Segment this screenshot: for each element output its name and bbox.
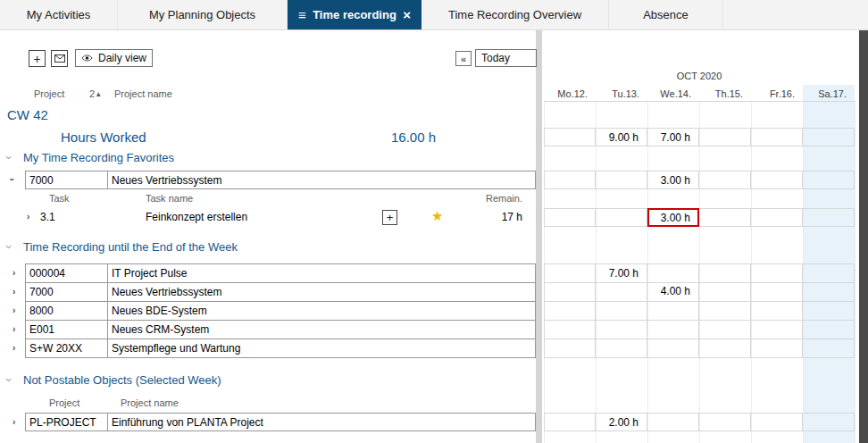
task-id-cell[interactable]: 3.1 xyxy=(40,211,55,223)
project-id-cell[interactable]: 7000 xyxy=(25,171,108,189)
time-cell[interactable] xyxy=(544,263,596,283)
time-cell[interactable]: 7.00 h xyxy=(596,263,647,283)
chevron-right-icon[interactable]: › xyxy=(13,269,15,278)
time-cell[interactable] xyxy=(699,208,751,227)
time-cell[interactable] xyxy=(544,171,596,189)
time-cell[interactable] xyxy=(803,128,855,146)
time-cell[interactable]: 3.00 h xyxy=(647,171,699,189)
time-cell[interactable] xyxy=(699,263,751,283)
time-cell[interactable] xyxy=(544,128,596,146)
time-cell[interactable] xyxy=(647,413,699,431)
project-id-cell[interactable]: PL-PROJECT xyxy=(25,413,108,431)
time-cell[interactable] xyxy=(647,320,699,339)
time-cell[interactable] xyxy=(751,339,803,358)
time-cell[interactable] xyxy=(596,320,647,339)
task-name-cell[interactable]: Feinkonzept erstellen xyxy=(146,211,247,223)
time-cell[interactable] xyxy=(596,208,647,227)
tab-my-planning-objects[interactable]: My Planning Objects xyxy=(118,0,288,29)
project-name-cell[interactable]: Systempflege und Wartung xyxy=(107,339,536,358)
time-cell[interactable] xyxy=(751,128,803,146)
today-select[interactable]: Today xyxy=(475,49,537,67)
time-cell[interactable] xyxy=(647,301,699,321)
time-cell[interactable] xyxy=(751,208,803,227)
time-cell[interactable] xyxy=(751,320,803,339)
time-cell[interactable] xyxy=(544,282,596,302)
project-id-cell[interactable]: 8000 xyxy=(25,301,108,321)
project-name-cell[interactable]: IT Project Pulse xyxy=(107,263,536,283)
time-cell[interactable] xyxy=(803,263,855,283)
chevron-right-icon[interactable]: › xyxy=(13,325,15,334)
chevron-right-icon[interactable]: › xyxy=(27,213,29,222)
project-name-cell[interactable]: Neues Vertriebssystem xyxy=(107,171,536,189)
time-cell[interactable] xyxy=(699,282,751,302)
time-cell[interactable] xyxy=(751,301,803,321)
chevron-down-icon[interactable]: › xyxy=(7,152,11,163)
time-cell[interactable]: 4.00 h xyxy=(647,282,699,302)
time-cell[interactable] xyxy=(751,282,803,302)
project-id-cell[interactable]: 000004 xyxy=(25,263,108,283)
time-cell[interactable] xyxy=(803,320,855,339)
chevron-down-icon[interactable]: › xyxy=(7,241,11,253)
time-cell[interactable] xyxy=(699,413,751,431)
time-cell[interactable] xyxy=(596,339,647,358)
time-cell[interactable] xyxy=(803,413,855,431)
project-name-cell[interactable]: Einführung von PLANTA Project xyxy=(107,413,536,431)
time-cell[interactable] xyxy=(544,413,596,431)
chevron-down-icon[interactable]: › xyxy=(7,374,11,386)
column-header-project[interactable]: Project xyxy=(34,88,64,99)
previous-week-button[interactable]: « xyxy=(455,51,472,66)
time-cell[interactable] xyxy=(751,413,803,431)
time-cell[interactable]: 7.00 h xyxy=(647,128,699,146)
mail-button[interactable] xyxy=(51,50,68,67)
day-header-th: Th.15. xyxy=(699,88,751,99)
time-cell[interactable] xyxy=(544,301,596,321)
project-name-cell[interactable]: Neues BDE-System xyxy=(107,301,536,321)
time-cell[interactable] xyxy=(803,339,855,358)
tab-time-recording-overview[interactable]: Time Recording Overview xyxy=(421,0,609,29)
time-cell[interactable] xyxy=(544,339,596,358)
project-id-cell[interactable]: 7000 xyxy=(25,282,108,302)
chevron-right-icon[interactable]: › xyxy=(13,418,15,427)
time-cell[interactable] xyxy=(699,320,751,339)
time-cell[interactable]: 2.00 h xyxy=(596,413,647,431)
project-name-cell[interactable]: Neues Vertriebssystem xyxy=(107,282,536,302)
menu-icon[interactable]: ≡ xyxy=(298,8,306,21)
time-cell[interactable] xyxy=(699,171,751,189)
chevron-down-icon[interactable]: › xyxy=(10,175,13,184)
time-cell[interactable] xyxy=(751,263,803,283)
tab-absence[interactable]: Absence xyxy=(609,0,723,29)
time-cell[interactable] xyxy=(699,339,751,358)
time-cell[interactable] xyxy=(803,282,855,302)
favorite-star-icon[interactable]: ★ xyxy=(431,209,443,222)
time-cell[interactable] xyxy=(544,208,596,227)
time-cell[interactable] xyxy=(803,171,855,189)
time-cell[interactable]: 9.00 h xyxy=(596,128,647,146)
time-cell[interactable] xyxy=(596,282,647,302)
time-cell[interactable] xyxy=(699,128,751,146)
daily-view-button[interactable]: Daily view xyxy=(75,49,153,67)
time-cell[interactable] xyxy=(647,263,699,283)
column-header-project-name[interactable]: Project name xyxy=(114,88,172,99)
time-cell[interactable] xyxy=(544,320,596,339)
time-cell[interactable] xyxy=(803,301,855,321)
tab-my-activities[interactable]: My Activities xyxy=(0,0,118,29)
time-cell[interactable] xyxy=(647,339,699,358)
panel-splitter[interactable] xyxy=(536,30,542,443)
add-time-entry-button[interactable]: + xyxy=(382,210,397,225)
project-name-cell[interactable]: Neues CRM-System xyxy=(107,320,536,339)
chevron-right-icon[interactable]: › xyxy=(13,306,15,315)
project-id-cell[interactable]: S+W 20XX xyxy=(25,339,108,358)
time-cell[interactable] xyxy=(751,171,803,189)
vertical-scrollbar[interactable] xyxy=(859,30,868,443)
close-tab-icon[interactable]: × xyxy=(403,8,411,21)
project-id-cell[interactable]: E001 xyxy=(25,320,108,339)
time-cell[interactable] xyxy=(803,208,855,227)
tab-time-recording[interactable]: ≡ Time recording × xyxy=(288,0,421,29)
time-cell[interactable] xyxy=(596,301,647,321)
add-button[interactable]: + xyxy=(29,50,46,67)
chevron-right-icon[interactable]: › xyxy=(13,288,15,297)
time-cell[interactable] xyxy=(699,301,751,321)
time-cell[interactable] xyxy=(596,171,647,189)
highlighted-time-cell[interactable]: 3.00 h xyxy=(647,208,699,227)
chevron-right-icon[interactable]: › xyxy=(13,344,15,353)
